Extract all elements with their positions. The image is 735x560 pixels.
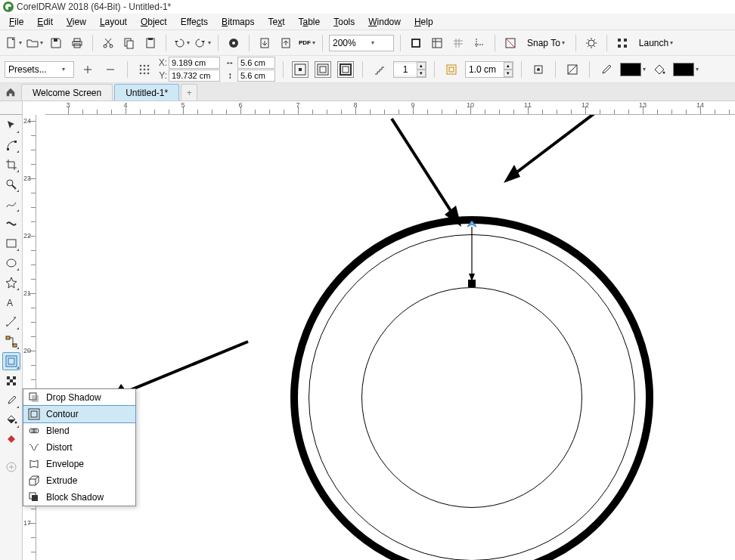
contour-offset-field[interactable]: ▴▾ — [465, 61, 513, 78]
flyout-item-extrude[interactable]: Extrude — [23, 472, 135, 489]
show-guides-button[interactable] — [470, 34, 488, 52]
print-button[interactable] — [68, 34, 86, 52]
contour-colors-button[interactable] — [563, 60, 581, 79]
new-document-button[interactable]: ▾ — [5, 34, 23, 52]
flyout-item-blend[interactable]: Blend — [23, 422, 135, 439]
x-position-input[interactable] — [169, 57, 220, 69]
effects-tool[interactable] — [2, 352, 20, 370]
menu-tools[interactable]: Tools — [327, 15, 361, 29]
contour-steps-input[interactable] — [394, 64, 417, 75]
offset-up[interactable]: ▴ — [504, 62, 513, 70]
search-button[interactable] — [225, 34, 243, 52]
cut-button[interactable] — [99, 34, 117, 52]
height-input[interactable] — [237, 70, 275, 82]
menu-bitmaps[interactable]: Bitmaps — [216, 15, 260, 29]
interactive-fill-tool[interactable] — [2, 411, 20, 429]
artistic-media-tool[interactable] — [2, 215, 20, 233]
connector-tool[interactable] — [2, 333, 20, 351]
contour-offset-input[interactable] — [466, 64, 504, 75]
home-button[interactable] — [3, 85, 18, 100]
tab-add[interactable]: + — [181, 84, 197, 101]
zoom-select[interactable]: 200%▾ — [329, 35, 394, 51]
menu-effects[interactable]: Effects — [175, 15, 214, 29]
flyout-item-contour[interactable]: Contour — [23, 405, 136, 423]
publish-pdf-button[interactable]: PDF▾ — [298, 34, 316, 52]
open-button[interactable]: ▾ — [26, 34, 44, 52]
snap-to-dropdown[interactable]: Snap To ▾ — [523, 38, 569, 48]
freehand-tool[interactable] — [2, 195, 20, 213]
transparency-tool[interactable] — [2, 372, 20, 390]
menu-view[interactable]: View — [60, 15, 92, 29]
svg-rect-44 — [624, 45, 627, 48]
contour-inside-button[interactable] — [314, 60, 332, 79]
tab-welcome-screen[interactable]: Welcome Screen — [21, 84, 113, 101]
import-button[interactable] — [256, 34, 274, 52]
svg-point-55 — [144, 72, 146, 74]
menu-object[interactable]: Object — [135, 15, 173, 29]
polygon-tool[interactable] — [2, 274, 20, 292]
ellipse-tool[interactable] — [2, 254, 20, 272]
menu-text[interactable]: Text — [262, 15, 290, 29]
drawing-canvas[interactable] — [36, 115, 735, 560]
svg-marker-100 — [504, 165, 520, 183]
svg-line-31 — [506, 39, 515, 48]
width-input[interactable] — [237, 57, 275, 69]
show-rulers-button[interactable] — [428, 34, 446, 52]
svg-point-75 — [7, 259, 16, 267]
show-grid-button[interactable] — [449, 34, 467, 52]
undo-button[interactable]: ▾ — [172, 34, 191, 52]
quick-customize-button[interactable] — [2, 458, 20, 476]
fullscreen-button[interactable] — [407, 34, 425, 52]
y-position-input[interactable] — [169, 70, 220, 82]
effects-flyout[interactable]: Drop ShadowContourBlendDistortEnvelopeEx… — [23, 388, 136, 506]
ruler-horizontal[interactable]: 34567891011121314 — [45, 101, 735, 115]
flyout-item-distort[interactable]: Distort — [23, 439, 135, 456]
menu-help[interactable]: Help — [408, 15, 439, 29]
flyout-item-drop-shadow[interactable]: Drop Shadow — [23, 389, 135, 406]
paste-button[interactable] — [141, 34, 160, 52]
options-button[interactable] — [582, 34, 600, 52]
svg-point-14 — [232, 42, 235, 45]
rectangle-tool[interactable] — [2, 234, 20, 252]
copy-button[interactable] — [120, 34, 138, 52]
text-tool[interactable]: A — [2, 293, 20, 311]
crop-tool[interactable] — [2, 156, 20, 174]
menu-table[interactable]: Table — [293, 15, 327, 29]
export-button[interactable] — [277, 34, 295, 52]
svg-rect-88 — [13, 382, 16, 385]
redo-button[interactable]: ▾ — [194, 34, 212, 52]
outline-color-dropdown[interactable]: ▾ — [620, 63, 646, 76]
contour-to-center-button[interactable] — [291, 60, 309, 79]
flyout-item-block-shadow[interactable]: Block Shadow — [23, 489, 135, 506]
menu-file[interactable]: File — [3, 15, 29, 29]
contour-outside-button[interactable] — [336, 60, 355, 79]
height-icon: ↕ — [225, 71, 235, 80]
presets-dropdown[interactable]: Presets...▾ — [5, 61, 74, 78]
save-button[interactable] — [47, 34, 65, 52]
add-preset-button[interactable] — [79, 60, 97, 79]
menu-layout[interactable]: Layout — [94, 15, 133, 29]
svg-rect-105 — [29, 409, 39, 419]
shape-tool[interactable] — [2, 136, 20, 154]
offset-down[interactable]: ▾ — [504, 70, 513, 77]
steps-down[interactable]: ▾ — [417, 70, 426, 77]
contour-steps-field[interactable]: ▴▾ — [393, 61, 426, 78]
object-origin-button[interactable] — [135, 60, 154, 79]
pick-tool[interactable] — [2, 116, 20, 135]
delete-preset-button[interactable] — [101, 60, 119, 79]
tab-untitled-1[interactable]: Untitled-1* — [114, 84, 179, 101]
snap-off-button[interactable] — [501, 34, 519, 52]
parallel-dimension-tool[interactable] — [2, 313, 20, 331]
smart-fill-tool[interactable] — [2, 431, 20, 449]
position-fields: X: Y: — [158, 57, 220, 82]
steps-up[interactable]: ▴ — [417, 62, 426, 70]
launch-dropdown[interactable]: Launch ▾ — [634, 38, 678, 48]
fill-color-dropdown[interactable]: ▾ — [673, 63, 699, 76]
menu-edit[interactable]: Edit — [31, 15, 59, 29]
flyout-item-envelope[interactable]: Envelope — [23, 456, 135, 472]
contour-corners-button[interactable] — [529, 60, 547, 79]
zoom-tool[interactable] — [2, 175, 20, 193]
app-launcher-button[interactable] — [613, 34, 631, 52]
menu-window[interactable]: Window — [362, 15, 407, 29]
eyedropper-tool[interactable] — [2, 391, 20, 410]
